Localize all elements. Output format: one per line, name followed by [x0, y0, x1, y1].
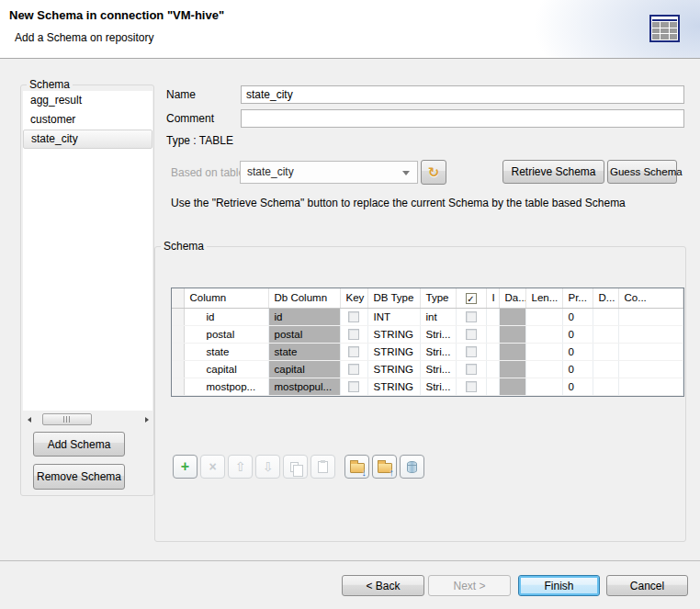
- cell-nullable[interactable]: [456, 308, 486, 325]
- schema-table: ColumnDb ColumnKeyDB TypeType✓IDa...Len.…: [172, 288, 683, 396]
- checkbox-icon: [466, 329, 477, 340]
- cell-default[interactable]: [593, 343, 618, 360]
- next-button: Next >: [428, 575, 511, 596]
- cell-comment[interactable]: [618, 360, 683, 378]
- guess-schema-button[interactable]: Guess Schema: [607, 160, 677, 184]
- scroll-right-button[interactable]: [141, 412, 152, 426]
- back-button[interactable]: < Back: [342, 575, 424, 596]
- cell-db-column[interactable]: state: [268, 343, 340, 360]
- cell-type[interactable]: Stri...: [420, 378, 456, 395]
- cell-key[interactable]: [340, 378, 367, 395]
- cell-precision[interactable]: 0: [562, 308, 593, 325]
- row-header-cell: [172, 360, 184, 378]
- cell-date-pattern[interactable]: [499, 325, 525, 343]
- cell-column[interactable]: state: [184, 343, 268, 360]
- cell-nullable[interactable]: [456, 325, 486, 343]
- arrow-down-icon: ⇩: [263, 459, 274, 474]
- name-label: Name: [166, 88, 196, 101]
- schema-list-item[interactable]: agg_result: [23, 91, 152, 110]
- comment-input[interactable]: [241, 109, 684, 128]
- chevron-down-icon: [402, 171, 410, 175]
- cell-column[interactable]: capital: [184, 360, 268, 378]
- cell-nullable[interactable]: [456, 360, 486, 378]
- cell-db-column[interactable]: capital: [268, 360, 340, 378]
- cell-db-type[interactable]: STRING: [367, 325, 420, 343]
- cell-db-type[interactable]: STRING: [367, 378, 420, 395]
- cell-type[interactable]: Stri...: [420, 325, 456, 343]
- refresh-table-list-button[interactable]: ↻: [421, 160, 446, 185]
- cell-default[interactable]: [593, 360, 618, 378]
- add-column-button[interactable]: +: [173, 455, 198, 479]
- finish-button[interactable]: Finish: [518, 575, 600, 596]
- cell-db-column[interactable]: postal: [268, 325, 340, 343]
- checkbox-icon: [348, 364, 359, 375]
- database-button[interactable]: [400, 455, 424, 479]
- page-title: New Schema in connection "VM-hive": [9, 8, 224, 22]
- row-header-cell: [172, 378, 184, 395]
- cell-column[interactable]: id: [184, 308, 268, 325]
- schema-list-item[interactable]: state_city: [23, 130, 152, 149]
- cell-type[interactable]: int: [420, 308, 456, 325]
- schema-editor-group: Schema ColumnDb ColumnKeyDB TypeType✓IDa…: [154, 246, 686, 542]
- name-input[interactable]: [241, 85, 684, 104]
- schema-toolbar: +×⇧⇩↓↑: [173, 455, 427, 479]
- schema-table-wrap: ColumnDb ColumnKeyDB TypeType✓IDa...Len.…: [171, 288, 684, 397]
- cell-comment[interactable]: [618, 308, 683, 325]
- cell-date-pattern[interactable]: [499, 360, 525, 378]
- export-schema-button[interactable]: ↑: [372, 455, 397, 479]
- cell-db-column[interactable]: id: [268, 308, 340, 325]
- cell-comment[interactable]: [618, 343, 683, 360]
- cell-comment[interactable]: [618, 378, 683, 395]
- cell-precision[interactable]: 0: [562, 360, 593, 378]
- cell-type[interactable]: Stri...: [420, 343, 456, 360]
- cell-date-pattern[interactable]: [499, 378, 525, 395]
- scrollbar-thumb[interactable]: [42, 413, 92, 425]
- cell-db-type[interactable]: STRING: [367, 343, 420, 360]
- cell-type[interactable]: Stri...: [420, 360, 456, 378]
- cell-date-pattern[interactable]: [499, 308, 525, 325]
- cell-comment[interactable]: [618, 325, 683, 343]
- import-schema-button[interactable]: ↓: [344, 455, 369, 479]
- cell-nullable[interactable]: [456, 343, 486, 360]
- cell-key[interactable]: [340, 308, 367, 325]
- cell-key[interactable]: [340, 325, 367, 343]
- remove-column-button: ×: [200, 455, 225, 479]
- cancel-button[interactable]: Cancel: [606, 575, 688, 596]
- cell-length[interactable]: [525, 308, 562, 325]
- schema-list-hscrollbar[interactable]: [23, 412, 152, 426]
- cell-length[interactable]: [525, 325, 562, 343]
- type-text: Type : TABLE: [166, 134, 233, 147]
- cell-column[interactable]: mostpop...: [184, 378, 268, 395]
- cell-precision[interactable]: 0: [562, 378, 593, 395]
- cell-key[interactable]: [340, 360, 367, 378]
- scroll-left-button[interactable]: [23, 412, 35, 426]
- wizard-header: New Schema in connection "VM-hive" Add a…: [0, 0, 700, 59]
- cell-default[interactable]: [593, 325, 618, 343]
- column-header: I: [486, 288, 499, 308]
- cell-precision[interactable]: 0: [562, 325, 593, 343]
- checkbox-icon: [466, 346, 477, 357]
- cell-nullable[interactable]: [456, 378, 486, 395]
- cell-precision[interactable]: 0: [562, 343, 593, 360]
- remove-schema-button[interactable]: Remove Schema: [33, 464, 125, 490]
- retrieve-schema-button[interactable]: Retrieve Schema: [502, 160, 604, 184]
- checkbox-icon: [348, 346, 359, 357]
- cell-length[interactable]: [525, 360, 562, 378]
- cell-db-type[interactable]: INT: [367, 308, 420, 325]
- scroll-right-arrow-icon: [145, 417, 149, 423]
- cell-default[interactable]: [593, 308, 618, 325]
- cell-date-pattern[interactable]: [499, 343, 525, 360]
- cell-key[interactable]: [340, 343, 367, 360]
- cell-db-type[interactable]: STRING: [367, 360, 420, 378]
- cell-length[interactable]: [525, 378, 562, 395]
- cell-db-column[interactable]: mostpopul...: [268, 378, 340, 395]
- cell-length[interactable]: [525, 343, 562, 360]
- column-header: Da...: [499, 288, 525, 308]
- cell-i: [486, 343, 499, 360]
- checkbox-icon: [348, 381, 359, 392]
- cell-column[interactable]: postal: [184, 325, 268, 343]
- add-schema-button[interactable]: Add Schema: [33, 432, 125, 457]
- schema-list-item[interactable]: customer: [23, 110, 152, 130]
- blue-up-arrow-icon: ↑: [390, 468, 395, 478]
- cell-default[interactable]: [593, 378, 618, 395]
